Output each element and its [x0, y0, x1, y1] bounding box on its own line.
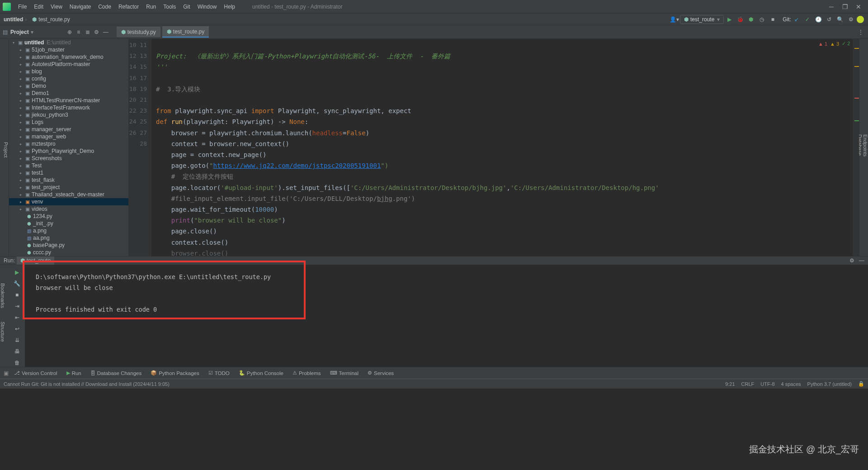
git-history-icon[interactable]: 🕘	[813, 14, 823, 24]
trash-icon[interactable]: 🗑	[13, 358, 22, 367]
tree-folder[interactable]: ▸▣test1	[9, 169, 128, 176]
error-stripe[interactable]	[853, 39, 859, 256]
left-tool-bookmarks[interactable]: Bookmarks	[0, 265, 5, 308]
tree-folder[interactable]: ▸▣Screenshots	[9, 155, 128, 162]
tab-services[interactable]: ⚙Services	[364, 369, 397, 377]
stop-run-button[interactable]: 🔧	[13, 279, 22, 288]
project-tool-label[interactable]: Project	[10, 29, 29, 35]
tree-folder[interactable]: ▸▣Demo1	[9, 90, 128, 97]
profile-button[interactable]: ◷	[757, 14, 767, 24]
tool-settings-icon[interactable]: ⚙	[92, 29, 101, 35]
file-encoding[interactable]: UTF-8	[760, 381, 774, 387]
run-settings-icon[interactable]: ⚙	[849, 257, 854, 264]
tree-root[interactable]: ▾▣ untitled E:\untitled	[9, 39, 128, 46]
tab-version-control[interactable]: ⎇Version Control	[10, 369, 61, 377]
tree-file[interactable]: ▧aa.png	[9, 234, 128, 242]
code-editor[interactable]: 10 11 12 13 14 15 16 17 18 19 20 21 22 2…	[129, 39, 859, 256]
inspection-widget[interactable]: ▲ 1 ▲ 3 ✓ 2 ˇ	[818, 41, 854, 47]
python-interpreter[interactable]: Python 3.7 (untitled)	[807, 381, 852, 387]
run-hide-icon[interactable]: —	[859, 257, 864, 264]
menu-navigate[interactable]: Navigate	[66, 2, 94, 12]
close-button[interactable]: ✕	[852, 2, 865, 11]
scroll-end-icon[interactable]: ⇊	[13, 336, 22, 344]
tree-folder[interactable]: ▸▣automation_framework_demo	[9, 53, 128, 61]
coverage-button[interactable]: ⬢	[746, 14, 756, 24]
user-icon[interactable]: 👤▾	[670, 14, 679, 24]
tree-folder[interactable]: ▸▣HTMLTestRunnerCN-master	[9, 97, 128, 104]
project-dropdown-icon[interactable]: ▾	[31, 29, 33, 35]
run-tab[interactable]: ⬢ test_route	[17, 256, 54, 265]
git-update-icon[interactable]: ↙	[792, 14, 802, 24]
tab-problems[interactable]: ⚠Problems	[289, 369, 325, 377]
debug-button[interactable]: 🐞	[735, 14, 745, 24]
run-down-icon[interactable]: ⇤	[13, 313, 22, 322]
breadcrumb-project[interactable]: untitled	[4, 16, 23, 23]
line-separator[interactable]: CRLF	[741, 381, 755, 387]
collapse-icon[interactable]: ≣	[83, 29, 92, 35]
left-tool-structure[interactable]: Structure	[0, 308, 5, 342]
tree-folder[interactable]: ▸▣mztestpro	[9, 140, 128, 147]
tree-folder[interactable]: ▸▣blog	[9, 68, 128, 75]
avatar-icon[interactable]	[857, 16, 864, 23]
run-up-icon[interactable]: ⇥	[13, 302, 22, 310]
locate-icon[interactable]: ⊕	[65, 29, 74, 35]
tree-folder[interactable]: ▸▣config	[9, 75, 128, 82]
tree-file[interactable]: ⬢basePage.py	[9, 242, 128, 249]
menu-code[interactable]: Code	[94, 2, 115, 12]
git-rollback-icon[interactable]: ↺	[824, 14, 834, 24]
print-icon[interactable]: 🖶	[13, 347, 22, 356]
tab-list-icon[interactable]: ⋮	[856, 29, 865, 35]
tool-window-icon[interactable]: ▣	[4, 370, 9, 376]
editor-tab-teststudy[interactable]: ⬢teststudy.py	[117, 27, 160, 37]
code-area[interactable]: Project: 《最新出炉》系列入门篇-Python+Playwright自动…	[151, 39, 853, 256]
editor-tab-test-route[interactable]: ⬢test_route.py	[162, 26, 209, 38]
soft-wrap-icon[interactable]: ↩	[13, 324, 22, 333]
tree-folder[interactable]: ▸▣51job_master	[9, 46, 128, 53]
tree-folder[interactable]: ▸▣test_project	[9, 184, 128, 191]
tree-file[interactable]: ⬢1234.py	[9, 213, 128, 220]
tree-folder[interactable]: ▸▣Python_Playwright_Demo	[9, 147, 128, 155]
run-stop-icon[interactable]: ■	[13, 290, 22, 299]
menu-tools[interactable]: Tools	[160, 2, 179, 12]
tab-terminal[interactable]: ⌨Terminal	[326, 369, 362, 377]
project-tree[interactable]: ▾▣ untitled E:\untitled ▸▣51job_master▸▣…	[9, 39, 129, 256]
menu-run[interactable]: Run	[142, 2, 160, 12]
tab-database-changes[interactable]: 🗄Database Changes	[87, 369, 145, 377]
tree-folder[interactable]: ▸▣Thailand_xsteach_dev-master	[9, 191, 128, 198]
tab-run[interactable]: ▶Run	[63, 369, 85, 377]
run-button[interactable]: ▶	[724, 14, 734, 24]
tree-folder[interactable]: ▸▣test_flask	[9, 176, 128, 184]
tree-folder[interactable]: ▸▣InterfaceTestFramework	[9, 104, 128, 111]
stop-button[interactable]: ■	[768, 14, 778, 24]
tree-folder[interactable]: ▸▣Demo	[9, 82, 128, 90]
tab-python-console[interactable]: 🐍Python Console	[235, 369, 287, 377]
indent-setting[interactable]: 4 spaces	[781, 381, 801, 387]
hide-tool-icon[interactable]: —	[101, 29, 110, 35]
tree-file[interactable]: ⬢_init_.py	[9, 220, 128, 227]
rerun-button[interactable]: ▶	[13, 268, 22, 276]
tab-todo[interactable]: ☑TODO	[205, 369, 233, 377]
menu-git[interactable]: Git	[179, 2, 193, 12]
right-tool-endpoints[interactable]: Endpoints	[863, 43, 868, 247]
minimize-button[interactable]: ─	[825, 2, 838, 11]
status-message[interactable]: Cannot Run Git: Git is not installed // …	[4, 381, 170, 387]
tree-file[interactable]: ▧a.png	[9, 227, 128, 234]
menu-edit[interactable]: Edit	[30, 2, 47, 12]
menu-refactor[interactable]: Refactor	[115, 2, 142, 12]
tree-folder[interactable]: ▸▣Test	[9, 162, 128, 169]
tree-folder-videos[interactable]: ▸▣videos	[9, 205, 128, 213]
tree-file[interactable]: ⬢cccc.py	[9, 249, 128, 256]
tree-folder[interactable]: ▸▣jiekou_python3	[9, 111, 128, 119]
menu-help[interactable]: Help	[220, 2, 239, 12]
settings-icon[interactable]: ⚙	[846, 14, 856, 24]
run-config-selector[interactable]: ⬢ test_route ▾	[680, 15, 724, 24]
search-everywhere-icon[interactable]: 🔍	[835, 14, 845, 24]
tree-folder[interactable]: ▸▣AutotestPlatform-master	[9, 61, 128, 68]
tree-folder[interactable]: ▸▣manager_web	[9, 133, 128, 140]
run-output[interactable]: D:\software\Python\Python37\python.exe E…	[25, 265, 868, 367]
menu-file[interactable]: File	[14, 2, 30, 12]
lock-icon[interactable]: 🔒	[858, 381, 864, 387]
breadcrumb-file[interactable]: test_route.py	[38, 16, 70, 23]
tab-python-packages[interactable]: 📦Python Packages	[147, 369, 203, 377]
tree-folder[interactable]: ▸▣Logs	[9, 119, 128, 126]
